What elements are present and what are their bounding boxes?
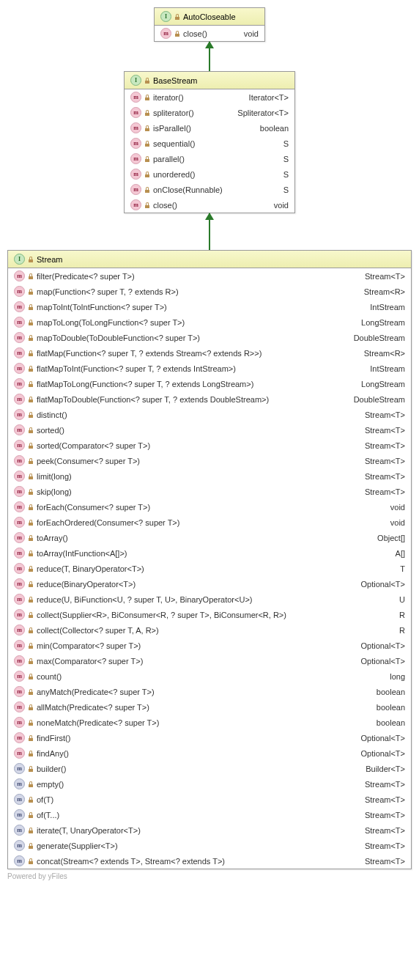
member-name: parallel() (153, 155, 185, 163)
lock-icon (28, 474, 34, 479)
member-row[interactable]: msorted()Stream<T> (8, 422, 411, 438)
member-row[interactable]: mclose()void (125, 197, 294, 213)
member-row[interactable]: mparallel()S (125, 151, 294, 166)
member-row[interactable]: mmapToDouble(ToDoubleFunction<? super T>… (8, 330, 411, 345)
return-type: Stream<T> (365, 272, 405, 281)
member-row[interactable]: mmapToInt(ToIntFunction<? super T>)IntSt… (8, 299, 411, 314)
member-row[interactable]: mtoArray(IntFunction<A[]>)A[] (8, 545, 411, 561)
member-row[interactable]: manyMatch(Predicate<? super T>)boolean (8, 684, 411, 699)
member-row[interactable]: munordered()S (125, 166, 294, 182)
return-type: Stream<T> (365, 410, 405, 419)
static-method-icon: m (14, 825, 25, 836)
member-row[interactable]: mskip(long)Stream<T> (8, 484, 411, 499)
member-row[interactable]: mpeek(Consumer<? super T>)Stream<T> (8, 453, 411, 468)
method-icon: m (130, 153, 141, 164)
member-row[interactable]: mfilter(Predicate<? super T>)Stream<T> (8, 268, 411, 284)
method-icon: m (14, 655, 25, 666)
member-row[interactable]: mlimit(long)Stream<T> (8, 468, 411, 484)
method-icon: m (14, 686, 25, 697)
member-row[interactable]: mflatMapToLong(Function<? super T, ? ext… (8, 376, 411, 391)
lock-icon (28, 273, 34, 279)
member-row[interactable]: mof(T...)Stream<T> (8, 807, 411, 822)
static-method-icon: m (14, 763, 25, 774)
return-type: void (274, 201, 289, 210)
member-row[interactable]: mallMatch(Predicate<? super T>)boolean (8, 699, 411, 715)
member-row[interactable]: mnoneMatch(Predicate<? super T>)boolean (8, 715, 411, 730)
member-row[interactable]: mreduce(T, BinaryOperator<T>)T (8, 561, 411, 576)
method-icon: m (14, 286, 25, 297)
member-row[interactable]: mbuilder()Builder<T> (8, 761, 411, 776)
return-type: boolean (377, 703, 405, 712)
lock-icon (28, 566, 34, 572)
member-row[interactable]: misParallel()boolean (125, 120, 294, 136)
member-name: filter(Predicate<? super T>) (37, 272, 135, 281)
class-stream[interactable]: I Stream mfilter(Predicate<? super T>)St… (7, 250, 412, 869)
member-row[interactable]: mcollect(Collector<? super T, A, R>)R (8, 622, 411, 638)
member-row[interactable]: mforEach(Consumer<? super T>)void (8, 499, 411, 515)
class-basestream[interactable]: I BaseStream miterator()Iterator<T>mspli… (124, 71, 295, 213)
member-row[interactable]: mmax(Comparator<? super T>)Optional<T> (8, 653, 411, 668)
return-type: Optional<T> (360, 749, 405, 758)
member-row[interactable]: mreduce(U, BiFunction<U, ? super T, U>, … (8, 592, 411, 607)
method-icon: m (14, 409, 25, 420)
member-name: limit(long) (37, 472, 72, 481)
return-type: IntStream (370, 364, 405, 373)
member-row[interactable]: mof(T)Stream<T> (8, 792, 411, 807)
member-row[interactable]: mmap(Function<? super T, ? extends R>)St… (8, 284, 411, 299)
lock-icon (28, 504, 34, 510)
member-name: of(T) (37, 795, 53, 804)
inheritance-arrow (209, 213, 210, 250)
member-row[interactable]: miterate(T, UnaryOperator<T>)Stream<T> (8, 822, 411, 838)
member-row[interactable]: mspliterator()Spliterator<T> (125, 105, 294, 120)
interface-icon: I (130, 75, 141, 86)
lock-icon (28, 427, 34, 433)
member-row[interactable]: monClose(Runnable)S (125, 182, 294, 197)
member-name: close() (183, 29, 207, 38)
lock-icon (28, 674, 34, 679)
member-row[interactable]: mforEachOrdered(Consumer<? super T>)void (8, 515, 411, 530)
method-icon: m (130, 122, 141, 133)
method-icon: m (130, 169, 141, 180)
return-type: void (244, 29, 259, 38)
method-icon: m (14, 363, 25, 374)
return-type: boolean (377, 688, 405, 696)
member-row[interactable]: mfindAny()Optional<T> (8, 745, 411, 761)
member-row[interactable]: mmin(Comparator<? super T>)Optional<T> (8, 638, 411, 653)
member-row[interactable]: mtoArray()Object[] (8, 530, 411, 545)
return-type: Stream<T> (365, 487, 405, 496)
class-autocloseable[interactable]: I AutoCloseable mclose()void (154, 7, 265, 42)
member-name: mapToDouble(ToDoubleFunction<? super T>) (37, 334, 200, 342)
member-row[interactable]: mconcat(Stream<? extends T>, Stream<? ex… (8, 853, 411, 869)
static-method-icon: m (14, 794, 25, 805)
member-row[interactable]: mcollect(Supplier<R>, BiConsumer<R, ? su… (8, 607, 411, 622)
member-row[interactable]: mcount()long (8, 668, 411, 684)
lock-icon (28, 720, 34, 726)
method-icon: m (14, 563, 25, 574)
member-row[interactable]: mflatMap(Function<? super T, ? extends S… (8, 345, 411, 361)
member-row[interactable]: mfindFirst()Optional<T> (8, 730, 411, 745)
member-row[interactable]: mgenerate(Supplier<T>)Stream<T> (8, 838, 411, 853)
member-row[interactable]: mflatMapToInt(Function<? super T, ? exte… (8, 361, 411, 376)
member-name: builder() (37, 765, 66, 773)
member-name: reduce(T, BinaryOperator<T>) (37, 564, 144, 573)
member-row[interactable]: mdistinct()Stream<T> (8, 407, 411, 422)
members-list: mfilter(Predicate<? super T>)Stream<T>mm… (8, 268, 411, 869)
member-row[interactable]: mclose()void (155, 26, 264, 41)
member-row[interactable]: miterator()Iterator<T> (125, 89, 294, 105)
member-row[interactable]: mempty()Stream<T> (8, 776, 411, 792)
member-row[interactable]: mreduce(BinaryOperator<T>)Optional<T> (8, 576, 411, 592)
return-type: Stream<T> (365, 457, 405, 465)
lock-icon (28, 412, 34, 418)
return-type: long (390, 672, 405, 681)
method-icon: m (14, 378, 25, 389)
member-name: mapToLong(ToLongFunction<? super T>) (37, 318, 185, 327)
member-row[interactable]: msorted(Comparator<? super T>)Stream<T> (8, 438, 411, 453)
member-row[interactable]: mmapToLong(ToLongFunction<? super T>)Lon… (8, 314, 411, 330)
member-row[interactable]: msequential()S (125, 136, 294, 151)
static-method-icon: m (14, 840, 25, 851)
method-icon: m (14, 609, 25, 620)
static-method-icon: m (14, 809, 25, 820)
member-row[interactable]: mflatMapToDouble(Function<? super T, ? e… (8, 391, 411, 407)
return-type: DoubleStream (354, 395, 405, 404)
lock-icon (28, 843, 34, 849)
